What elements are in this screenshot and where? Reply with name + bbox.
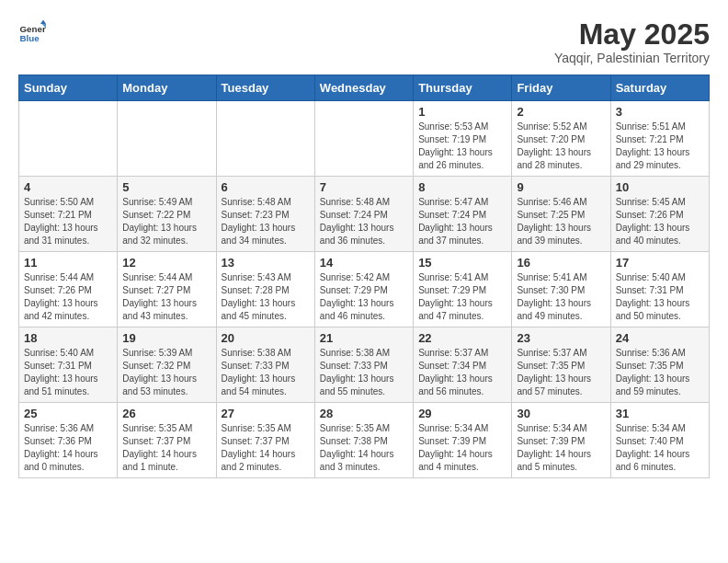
calendar-cell: 10Sunrise: 5:45 AM Sunset: 7:26 PM Dayli… — [610, 177, 709, 252]
calendar-cell — [118, 101, 216, 177]
day-number: 29 — [418, 407, 506, 420]
day-info: Sunrise: 5:36 AM Sunset: 7:36 PM Dayligh… — [24, 422, 112, 474]
day-header-saturday: Saturday — [610, 75, 709, 101]
calendar-cell: 15Sunrise: 5:41 AM Sunset: 7:29 PM Dayli… — [414, 252, 512, 327]
calendar-cell: 4Sunrise: 5:50 AM Sunset: 7:21 PM Daylig… — [19, 177, 118, 252]
day-info: Sunrise: 5:35 AM Sunset: 7:37 PM Dayligh… — [122, 422, 210, 474]
calendar-table: SundayMondayTuesdayWednesdayThursdayFrid… — [18, 75, 710, 478]
day-number: 1 — [418, 105, 506, 119]
day-number: 14 — [320, 256, 408, 270]
title-block: May 2025 Yaqqir, Palestinian Territory — [554, 18, 710, 65]
day-header-thursday: Thursday — [414, 75, 512, 101]
calendar-cell: 26Sunrise: 5:35 AM Sunset: 7:37 PM Dayli… — [118, 403, 216, 478]
day-info: Sunrise: 5:45 AM Sunset: 7:26 PM Dayligh… — [616, 196, 704, 247]
day-info: Sunrise: 5:35 AM Sunset: 7:38 PM Dayligh… — [320, 422, 408, 474]
calendar-cell: 5Sunrise: 5:49 AM Sunset: 7:22 PM Daylig… — [118, 177, 216, 252]
calendar-cell: 19Sunrise: 5:39 AM Sunset: 7:32 PM Dayli… — [118, 327, 216, 403]
calendar-title: May 2025 — [554, 18, 710, 51]
calendar-cell: 6Sunrise: 5:48 AM Sunset: 7:23 PM Daylig… — [216, 177, 314, 252]
calendar-cell: 28Sunrise: 5:35 AM Sunset: 7:38 PM Dayli… — [314, 403, 413, 478]
day-info: Sunrise: 5:51 AM Sunset: 7:21 PM Dayligh… — [616, 121, 704, 172]
calendar-cell: 21Sunrise: 5:38 AM Sunset: 7:33 PM Dayli… — [314, 327, 413, 403]
calendar-cell: 22Sunrise: 5:37 AM Sunset: 7:34 PM Dayli… — [414, 327, 512, 403]
day-number: 8 — [418, 180, 506, 194]
day-number: 21 — [320, 331, 408, 345]
day-info: Sunrise: 5:47 AM Sunset: 7:24 PM Dayligh… — [418, 196, 506, 247]
calendar-cell: 7Sunrise: 5:48 AM Sunset: 7:24 PM Daylig… — [314, 177, 413, 252]
day-info: Sunrise: 5:37 AM Sunset: 7:34 PM Dayligh… — [418, 347, 506, 398]
day-info: Sunrise: 5:50 AM Sunset: 7:21 PM Dayligh… — [24, 196, 112, 247]
day-info: Sunrise: 5:42 AM Sunset: 7:29 PM Dayligh… — [320, 271, 408, 323]
calendar-cell: 8Sunrise: 5:47 AM Sunset: 7:24 PM Daylig… — [414, 177, 512, 252]
day-number: 15 — [418, 256, 506, 270]
calendar-header-row: SundayMondayTuesdayWednesdayThursdayFrid… — [19, 75, 710, 101]
day-info: Sunrise: 5:48 AM Sunset: 7:23 PM Dayligh… — [222, 196, 310, 247]
day-number: 18 — [24, 331, 112, 345]
day-number: 25 — [24, 407, 112, 420]
day-info: Sunrise: 5:41 AM Sunset: 7:30 PM Dayligh… — [517, 271, 605, 323]
day-info: Sunrise: 5:39 AM Sunset: 7:32 PM Dayligh… — [122, 347, 210, 398]
day-number: 28 — [320, 407, 408, 420]
day-header-friday: Friday — [512, 75, 610, 101]
day-number: 20 — [222, 331, 310, 345]
svg-text:Blue: Blue — [20, 33, 40, 43]
day-info: Sunrise: 5:35 AM Sunset: 7:37 PM Dayligh… — [222, 422, 310, 474]
day-number: 27 — [222, 407, 310, 420]
day-info: Sunrise: 5:46 AM Sunset: 7:25 PM Dayligh… — [517, 196, 605, 247]
day-info: Sunrise: 5:40 AM Sunset: 7:31 PM Dayligh… — [616, 271, 704, 323]
day-number: 22 — [418, 331, 506, 345]
day-number: 11 — [24, 256, 112, 270]
day-info: Sunrise: 5:53 AM Sunset: 7:19 PM Dayligh… — [418, 121, 506, 172]
day-number: 2 — [517, 105, 605, 119]
day-info: Sunrise: 5:38 AM Sunset: 7:33 PM Dayligh… — [320, 347, 408, 398]
calendar-cell: 13Sunrise: 5:43 AM Sunset: 7:28 PM Dayli… — [216, 252, 314, 327]
day-info: Sunrise: 5:38 AM Sunset: 7:33 PM Dayligh… — [222, 347, 310, 398]
calendar-cell: 30Sunrise: 5:34 AM Sunset: 7:39 PM Dayli… — [512, 403, 610, 478]
calendar-cell: 25Sunrise: 5:36 AM Sunset: 7:36 PM Dayli… — [19, 403, 118, 478]
day-info: Sunrise: 5:40 AM Sunset: 7:31 PM Dayligh… — [24, 347, 112, 398]
calendar-cell: 31Sunrise: 5:34 AM Sunset: 7:40 PM Dayli… — [610, 403, 709, 478]
day-number: 3 — [616, 105, 704, 119]
calendar-cell: 2Sunrise: 5:52 AM Sunset: 7:20 PM Daylig… — [512, 101, 610, 177]
day-number: 23 — [517, 331, 605, 345]
calendar-cell: 17Sunrise: 5:40 AM Sunset: 7:31 PM Dayli… — [610, 252, 709, 327]
calendar-cell: 27Sunrise: 5:35 AM Sunset: 7:37 PM Dayli… — [216, 403, 314, 478]
calendar-week-5: 25Sunrise: 5:36 AM Sunset: 7:36 PM Dayli… — [19, 403, 710, 478]
calendar-cell: 9Sunrise: 5:46 AM Sunset: 7:25 PM Daylig… — [512, 177, 610, 252]
calendar-week-4: 18Sunrise: 5:40 AM Sunset: 7:31 PM Dayli… — [19, 327, 710, 403]
calendar-cell — [314, 101, 413, 177]
calendar-cell: 23Sunrise: 5:37 AM Sunset: 7:35 PM Dayli… — [512, 327, 610, 403]
calendar-cell: 29Sunrise: 5:34 AM Sunset: 7:39 PM Dayli… — [414, 403, 512, 478]
day-info: Sunrise: 5:44 AM Sunset: 7:26 PM Dayligh… — [24, 271, 112, 323]
logo-icon: General Blue — [18, 18, 46, 46]
calendar-week-2: 4Sunrise: 5:50 AM Sunset: 7:21 PM Daylig… — [19, 177, 710, 252]
calendar-week-3: 11Sunrise: 5:44 AM Sunset: 7:26 PM Dayli… — [19, 252, 710, 327]
calendar-cell: 16Sunrise: 5:41 AM Sunset: 7:30 PM Dayli… — [512, 252, 610, 327]
calendar-week-1: 1Sunrise: 5:53 AM Sunset: 7:19 PM Daylig… — [19, 101, 710, 177]
day-number: 12 — [122, 256, 210, 270]
day-info: Sunrise: 5:34 AM Sunset: 7:39 PM Dayligh… — [418, 422, 506, 474]
day-number: 26 — [122, 407, 210, 420]
calendar-cell: 18Sunrise: 5:40 AM Sunset: 7:31 PM Dayli… — [19, 327, 118, 403]
day-number: 19 — [122, 331, 210, 345]
day-number: 16 — [517, 256, 605, 270]
day-number: 30 — [517, 407, 605, 420]
day-info: Sunrise: 5:37 AM Sunset: 7:35 PM Dayligh… — [517, 347, 605, 398]
calendar-cell: 3Sunrise: 5:51 AM Sunset: 7:21 PM Daylig… — [610, 101, 709, 177]
day-number: 5 — [122, 180, 210, 194]
day-header-wednesday: Wednesday — [314, 75, 413, 101]
day-number: 7 — [320, 180, 408, 194]
day-number: 17 — [616, 256, 704, 270]
day-header-monday: Monday — [118, 75, 216, 101]
calendar-cell — [19, 101, 118, 177]
day-info: Sunrise: 5:41 AM Sunset: 7:29 PM Dayligh… — [418, 271, 506, 323]
day-number: 31 — [616, 407, 704, 420]
day-number: 24 — [616, 331, 704, 345]
day-number: 13 — [222, 256, 310, 270]
day-number: 9 — [517, 180, 605, 194]
logo: General Blue — [18, 18, 46, 46]
calendar-cell: 11Sunrise: 5:44 AM Sunset: 7:26 PM Dayli… — [19, 252, 118, 327]
calendar-cell: 14Sunrise: 5:42 AM Sunset: 7:29 PM Dayli… — [314, 252, 413, 327]
day-header-sunday: Sunday — [19, 75, 118, 101]
page-header: General Blue May 2025 Yaqqir, Palestinia… — [18, 18, 710, 65]
